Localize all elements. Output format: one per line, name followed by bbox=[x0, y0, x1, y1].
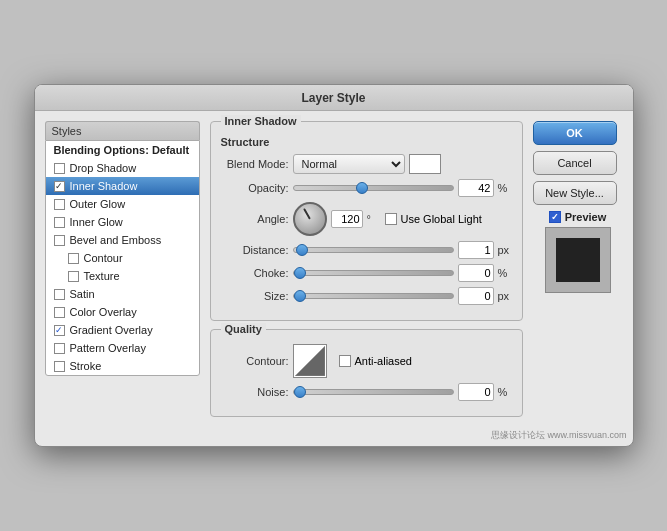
sidebar-item-contour[interactable]: Contour bbox=[46, 249, 199, 267]
dial-needle bbox=[303, 208, 311, 219]
dialog-title: Layer Style bbox=[35, 85, 633, 111]
anti-aliased-cb[interactable] bbox=[339, 355, 351, 367]
checkbox-outer-glow[interactable] bbox=[54, 199, 65, 210]
size-thumb[interactable] bbox=[294, 290, 306, 302]
sidebar-label-texture: Texture bbox=[84, 270, 120, 282]
sidebar-item-bevel-emboss[interactable]: Bevel and Emboss bbox=[46, 231, 199, 249]
checkbox-inner-glow[interactable] bbox=[54, 217, 65, 228]
sidebar-label-blending-options: Blending Options: Default bbox=[54, 144, 190, 156]
sidebar-label-inner-shadow: Inner Shadow bbox=[70, 180, 138, 192]
styles-header: Styles bbox=[45, 121, 200, 140]
choke-thumb[interactable] bbox=[294, 267, 306, 279]
preview-label-wrap: ✓ Preview bbox=[549, 211, 607, 223]
noise-input[interactable] bbox=[458, 383, 494, 401]
sidebar-item-stroke[interactable]: Stroke bbox=[46, 357, 199, 375]
ok-button[interactable]: OK bbox=[533, 121, 617, 145]
quality-section: Quality Contour: Anti-aliased bbox=[210, 329, 523, 417]
angle-label: Angle: bbox=[221, 213, 289, 225]
distance-thumb[interactable] bbox=[296, 244, 308, 256]
sidebar-item-inner-shadow[interactable]: Inner Shadow bbox=[46, 177, 199, 195]
noise-unit: % bbox=[498, 386, 512, 398]
cancel-button[interactable]: Cancel bbox=[533, 151, 617, 175]
contour-row: Contour: Anti-aliased bbox=[221, 344, 512, 378]
distance-unit: px bbox=[498, 244, 512, 256]
size-slider[interactable] bbox=[293, 293, 454, 299]
contour-preview[interactable] bbox=[293, 344, 327, 378]
distance-row: Distance: px bbox=[221, 241, 512, 259]
blend-mode-label: Blend Mode: bbox=[221, 158, 289, 170]
checkbox-bevel-emboss[interactable] bbox=[54, 235, 65, 246]
choke-input[interactable] bbox=[458, 264, 494, 282]
preview-label-text: Preview bbox=[565, 211, 607, 223]
opacity-input[interactable] bbox=[458, 179, 494, 197]
sidebar-item-color-overlay[interactable]: Color Overlay bbox=[46, 303, 199, 321]
choke-label: Choke: bbox=[221, 267, 289, 279]
sidebar-item-gradient-overlay[interactable]: Gradient Overlay bbox=[46, 321, 199, 339]
checkbox-texture[interactable] bbox=[68, 271, 79, 282]
distance-slider[interactable] bbox=[293, 247, 454, 253]
inner-shadow-section: Inner Shadow Structure Blend Mode: Norma… bbox=[210, 121, 523, 321]
opacity-slider[interactable] bbox=[293, 185, 454, 191]
sidebar-label-pattern-overlay: Pattern Overlay bbox=[70, 342, 146, 354]
sidebar-item-inner-glow[interactable]: Inner Glow bbox=[46, 213, 199, 231]
sidebar-item-outer-glow[interactable]: Outer Glow bbox=[46, 195, 199, 213]
checkbox-pattern-overlay[interactable] bbox=[54, 343, 65, 354]
distance-label: Distance: bbox=[221, 244, 289, 256]
structure-subtitle: Structure bbox=[221, 136, 512, 148]
preview-checkbox[interactable]: ✓ bbox=[549, 211, 561, 223]
angle-unit: ° bbox=[367, 213, 381, 225]
noise-slider[interactable] bbox=[293, 389, 454, 395]
sidebar-item-satin[interactable]: Satin bbox=[46, 285, 199, 303]
checkbox-gradient-overlay[interactable] bbox=[54, 325, 65, 336]
left-panel: Styles Blending Options: DefaultDrop Sha… bbox=[45, 121, 200, 417]
noise-thumb[interactable] bbox=[294, 386, 306, 398]
distance-input[interactable] bbox=[458, 241, 494, 259]
sidebar-label-contour: Contour bbox=[84, 252, 123, 264]
new-style-button[interactable]: New Style... bbox=[533, 181, 617, 205]
layer-style-dialog: Layer Style Styles Blending Options: Def… bbox=[34, 84, 634, 447]
checkbox-contour[interactable] bbox=[68, 253, 79, 264]
noise-label: Noise: bbox=[221, 386, 289, 398]
sidebar-item-drop-shadow[interactable]: Drop Shadow bbox=[46, 159, 199, 177]
sidebar-label-inner-glow: Inner Glow bbox=[70, 216, 123, 228]
checkbox-drop-shadow[interactable] bbox=[54, 163, 65, 174]
contour-svg bbox=[295, 346, 325, 376]
choke-slider[interactable] bbox=[293, 270, 454, 276]
anti-aliased-label: Anti-aliased bbox=[355, 355, 412, 367]
contour-label: Contour: bbox=[221, 355, 289, 367]
checkbox-satin[interactable] bbox=[54, 289, 65, 300]
size-input[interactable] bbox=[458, 287, 494, 305]
watermark: 思缘设计论坛 www.missvuan.com bbox=[35, 427, 633, 446]
sidebar-label-outer-glow: Outer Glow bbox=[70, 198, 126, 210]
checkbox-color-overlay[interactable] bbox=[54, 307, 65, 318]
checkbox-stroke[interactable] bbox=[54, 361, 65, 372]
sidebar-label-drop-shadow: Drop Shadow bbox=[70, 162, 137, 174]
opacity-thumb[interactable] bbox=[356, 182, 368, 194]
angle-row: Angle: ° Use Global Light bbox=[221, 202, 512, 236]
blend-color-swatch[interactable] bbox=[409, 154, 441, 174]
sidebar-label-gradient-overlay: Gradient Overlay bbox=[70, 324, 153, 336]
angle-dial[interactable] bbox=[293, 202, 327, 236]
sidebar-item-pattern-overlay[interactable]: Pattern Overlay bbox=[46, 339, 199, 357]
global-light-label: Use Global Light bbox=[401, 213, 482, 225]
opacity-row: Opacity: % bbox=[221, 179, 512, 197]
sidebar-label-satin: Satin bbox=[70, 288, 95, 300]
sidebar-label-color-overlay: Color Overlay bbox=[70, 306, 137, 318]
angle-input[interactable] bbox=[331, 210, 363, 228]
blend-mode-select-wrap[interactable]: NormalDissolveMultiplyScreenOverlayHard … bbox=[293, 154, 405, 174]
sidebar-item-blending-options[interactable]: Blending Options: Default bbox=[46, 141, 199, 159]
opacity-label: Opacity: bbox=[221, 182, 289, 194]
sidebar-item-texture[interactable]: Texture bbox=[46, 267, 199, 285]
checkbox-inner-shadow[interactable] bbox=[54, 181, 65, 192]
size-unit: px bbox=[498, 290, 512, 302]
preview-section: ✓ Preview bbox=[533, 211, 623, 293]
global-light-cb[interactable] bbox=[385, 213, 397, 225]
choke-unit: % bbox=[498, 267, 512, 279]
right-panel: OK Cancel New Style... ✓ Preview bbox=[533, 121, 623, 417]
blend-mode-row: Blend Mode: NormalDissolveMultiplyScreen… bbox=[221, 154, 512, 174]
preview-inner-square bbox=[556, 238, 600, 282]
blend-mode-select[interactable]: NormalDissolveMultiplyScreenOverlayHard … bbox=[293, 154, 405, 174]
anti-aliased-wrap[interactable]: Anti-aliased bbox=[339, 355, 412, 367]
global-light-wrap[interactable]: Use Global Light bbox=[385, 213, 482, 225]
sidebar-label-stroke: Stroke bbox=[70, 360, 102, 372]
